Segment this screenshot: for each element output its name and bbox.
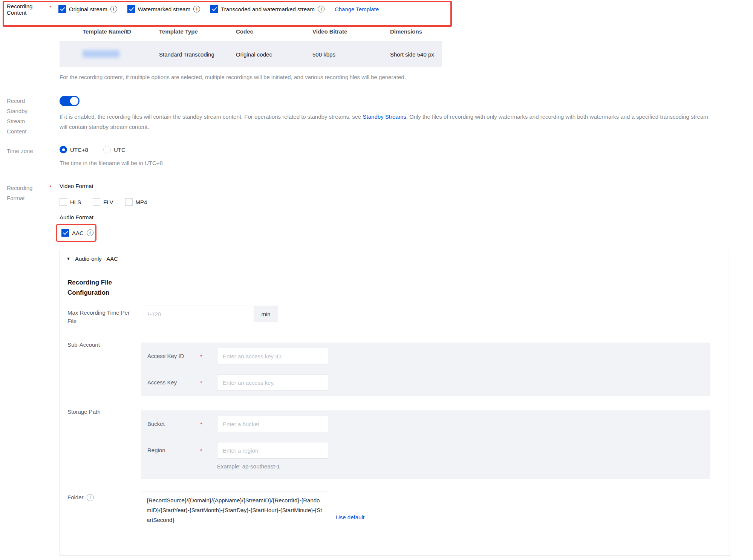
max-recording-time-input[interactable] <box>141 306 254 322</box>
region-input[interactable] <box>217 442 328 459</box>
bucket-input[interactable] <box>217 416 328 432</box>
col-codec: Codec <box>236 28 312 35</box>
radio-option-utc[interactable]: UTC <box>103 146 126 153</box>
video-format-label: Video Format <box>60 183 93 189</box>
checkbox-watermarked-stream[interactable] <box>127 5 135 13</box>
option-label: Original stream <box>69 6 107 12</box>
max-recording-time-label: Max Recording Time Per File <box>67 309 139 325</box>
info-icon[interactable]: i <box>193 6 200 12</box>
option-aac[interactable]: AAC i <box>61 229 93 237</box>
option-hls[interactable]: HLS <box>60 198 81 206</box>
video-format-options: HLS FLV MP4 <box>60 197 147 207</box>
recording-content-options: Original stream i Watermarked stream i T… <box>58 3 379 15</box>
aac-panel-title: Audio-only - AAC <box>75 256 118 262</box>
timezone-help: The time in the filename will be in UTC+… <box>60 160 163 166</box>
sub-account-label: Sub-Account <box>67 341 100 349</box>
option-flv[interactable]: FLV <box>93 198 113 206</box>
cell-dimensions: Short side 540 px <box>390 51 442 58</box>
checkbox-original-stream[interactable] <box>58 5 66 13</box>
checkbox-flv[interactable] <box>93 198 100 206</box>
timezone-options: UTC+8 UTC <box>60 145 126 155</box>
option-label: FLV <box>103 199 113 205</box>
info-icon[interactable]: i <box>87 494 94 501</box>
radio-utc[interactable] <box>103 146 111 153</box>
info-icon[interactable]: i <box>87 230 93 236</box>
standby-desc-before: If it is enabled, the recording files wi… <box>60 113 363 120</box>
standby-label: Record Standby Stream Content <box>7 96 41 136</box>
option-label: AAC <box>72 230 84 236</box>
cell-codec: Original codec <box>236 51 312 58</box>
access-key-label: Access Key <box>147 378 200 387</box>
standby-toggle[interactable] <box>60 96 80 106</box>
info-icon[interactable]: i <box>110 6 117 12</box>
change-template-link[interactable]: Change Template <box>335 6 379 12</box>
aac-panel-collapse-header[interactable]: ▼ Audio-only - AAC <box>60 250 730 267</box>
option-original-stream[interactable]: Original stream i <box>58 5 117 13</box>
max-recording-time-group: min <box>141 306 278 322</box>
timezone-label: Time zone <box>7 146 33 156</box>
storage-path-label: Storage Path <box>67 408 101 416</box>
radio-label: UTC+8 <box>70 147 88 153</box>
folder-textarea[interactable]: {RecordSource}/{Domain}/{AppName}/{Strea… <box>141 491 328 548</box>
option-transcoded-watermarked-stream[interactable]: Transcoded and watermarked stream i <box>210 5 324 13</box>
folder-label-row: Folder i <box>67 493 94 502</box>
collapse-caret-icon: ▼ <box>66 256 70 261</box>
option-label: Transcoded and watermarked stream <box>221 6 315 12</box>
recording-format-label: Recording Format <box>7 183 41 203</box>
required-asterisk: * <box>49 184 52 190</box>
option-label: MP4 <box>136 199 147 205</box>
required-asterisk: * <box>200 353 217 360</box>
info-icon[interactable]: i <box>318 6 324 12</box>
option-watermarked-stream[interactable]: Watermarked stream i <box>127 5 200 13</box>
option-label: Watermarked stream <box>138 6 190 12</box>
required-asterisk: * <box>200 379 217 386</box>
radio-utc8[interactable] <box>60 146 67 153</box>
access-key-id-input[interactable] <box>217 348 328 364</box>
required-asterisk: * <box>200 447 217 454</box>
option-label: HLS <box>70 199 81 205</box>
radio-option-utc8[interactable]: UTC+8 <box>60 146 88 153</box>
option-mp4[interactable]: MP4 <box>125 198 147 206</box>
region-example: Example: ap-southeast-1 <box>217 463 280 470</box>
template-table: Template Name/ID Template Type Codec Vid… <box>60 22 442 67</box>
radio-label: UTC <box>114 147 126 153</box>
required-asterisk: * <box>49 4 52 11</box>
access-key-input[interactable] <box>217 374 328 391</box>
checkbox-mp4[interactable] <box>125 198 133 206</box>
recording-content-note: For the recording content, if multiple o… <box>60 74 587 80</box>
sub-account-panel: Access Key ID * Access Key * <box>141 343 710 396</box>
access-key-id-label: Access Key ID <box>147 352 200 360</box>
col-dimensions: Dimensions <box>390 28 442 35</box>
table-row: Standard Transcoding Original codec 500 … <box>60 41 442 67</box>
region-label: Region <box>147 446 200 454</box>
unit-suffix: min <box>254 306 278 322</box>
audio-only-aac-panel: ▼ Audio-only - AAC Recording File Config… <box>60 250 730 556</box>
col-video-bitrate: Video Bitrate <box>312 28 390 35</box>
recording-content-label: Recording Content <box>7 3 48 16</box>
checkbox-hls[interactable] <box>60 198 67 206</box>
checkbox-aac[interactable] <box>61 229 69 237</box>
storage-path-panel: Bucket * Region * Example: ap-southeast-… <box>141 410 710 479</box>
bucket-label: Bucket <box>147 420 200 428</box>
required-asterisk: * <box>200 421 217 427</box>
redacted-template-name <box>83 50 119 58</box>
checkbox-transcoded-watermarked-stream[interactable] <box>210 5 218 13</box>
audio-format-label: Audio Format <box>60 214 93 220</box>
standby-description: If it is enabled, the recording files wi… <box>60 112 709 132</box>
cell-template-type: Standard Transcoding <box>159 51 236 58</box>
use-default-link[interactable]: Use default <box>336 514 364 520</box>
recording-file-config-heading: Recording File Configuration <box>67 277 130 298</box>
folder-label: Folder <box>67 493 84 502</box>
col-template-type: Template Type <box>159 28 236 35</box>
col-template-name: Template Name/ID <box>60 28 159 35</box>
template-table-header: Template Name/ID Template Type Codec Vid… <box>60 22 442 41</box>
cell-video-bitrate: 500 kbps <box>312 51 390 58</box>
standby-streams-link[interactable]: Standby Streams <box>363 113 406 120</box>
